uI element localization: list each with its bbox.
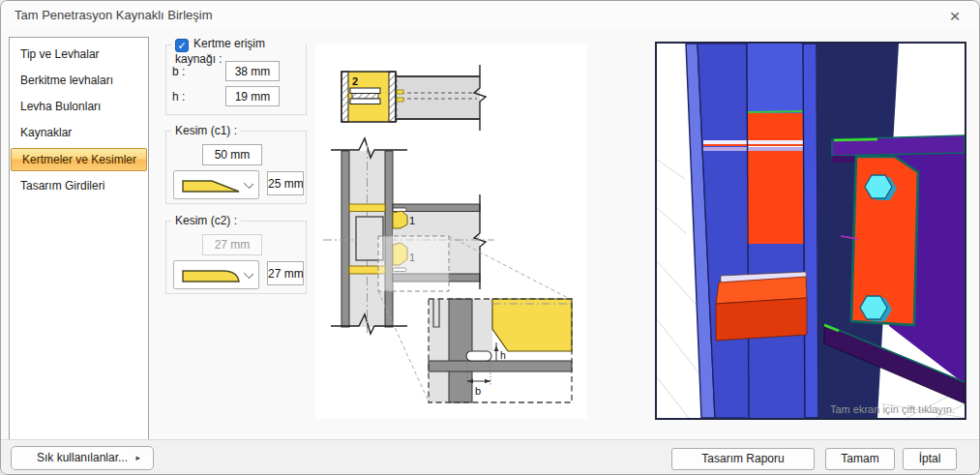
design-report-button[interactable]: Tasarım Raporu — [671, 448, 815, 470]
footer: Sık kullanılanlar... ▸ Tasarım Raporu Ta… — [1, 439, 979, 474]
dialog-title: Tam Penetrasyon Kaynaklı Birleşim — [15, 8, 212, 22]
stiffener-plate-3d — [716, 272, 807, 341]
sidebar-item-tasarim-girdileri[interactable]: Tasarım Girdileri — [10, 173, 148, 199]
field-b-input[interactable] — [225, 61, 280, 81]
close-icon[interactable]: × — [942, 5, 967, 28]
cut-c1-shape-dropdown[interactable] — [173, 170, 259, 199]
check-icon: ✓ — [177, 40, 186, 51]
dim-h-label: h — [500, 349, 506, 361]
model-3d-viewer[interactable]: Tam ekran için çift tıklayın. — [655, 42, 966, 420]
access-weld-checkbox[interactable]: ✓ — [175, 39, 189, 52]
sidebar-item-berkitme-levhalari[interactable]: Berkitme levhaları — [10, 68, 148, 94]
dim-b-label: b — [475, 385, 481, 397]
technical-drawing-canvas: 2 — [315, 45, 586, 419]
weld-mark-top-label: 1 — [409, 215, 415, 226]
favorites-label: Sık kullanılanlar... — [37, 451, 128, 464]
model-3d-preview: Tam ekran için çift tıklayın. — [657, 44, 965, 418]
cut-c2-shape-dropdown[interactable] — [173, 260, 259, 289]
sidebar-item-kertmeler-ve-kesimler[interactable]: Kertmeler ve Kesimler — [11, 148, 147, 171]
cut-c1-depth-input[interactable] — [267, 171, 304, 195]
sidebar-item-levha-bulonlari[interactable]: Levha Bulonları — [10, 94, 148, 120]
cut-c2-label: Kesim (c2) : — [171, 214, 241, 227]
chevron-down-icon — [244, 179, 253, 189]
cut-c1-length-input[interactable] — [202, 144, 262, 165]
fullscreen-hint: Tam ekran için çift tıklayın. — [830, 403, 955, 415]
section-mark-label: 2 — [352, 75, 358, 87]
chevron-down-icon — [244, 269, 253, 279]
cut-c2-depth-input[interactable] — [267, 261, 304, 285]
detail-view: h b — [429, 299, 572, 402]
favorites-button[interactable]: Sık kullanılanlar... ▸ — [11, 446, 154, 470]
dialog-tam-penetrasyon: Tam Penetrasyon Kaynaklı Birleşim × Tip … — [0, 0, 980, 475]
titlebar: Tam Penetrasyon Kaynaklı Birleşim × — [1, 1, 979, 30]
chamfer-profile-icon — [181, 176, 241, 195]
section-view: 2 — [342, 65, 486, 131]
field-h-label: h : — [172, 90, 185, 104]
technical-drawing: 2 — [315, 45, 586, 419]
rounded-profile-icon — [181, 266, 241, 285]
cut-c2-length-input — [202, 234, 262, 255]
sidebar-item-kaynaklar[interactable]: Kaynaklar — [10, 120, 148, 146]
field-h-input[interactable] — [225, 86, 280, 106]
field-b-label: b : — [172, 65, 185, 78]
ok-button[interactable]: Tamam — [825, 448, 895, 470]
cancel-button[interactable]: İptal — [903, 448, 957, 470]
arrow-right-icon: ▸ — [135, 447, 140, 469]
cut-c1-label: Kesim (c1) : — [171, 124, 241, 137]
sidebar: Tip ve Levhalar Berkitme levhaları Levha… — [9, 37, 149, 442]
sidebar-item-tip-ve-levhalar[interactable]: Tip ve Levhalar — [10, 42, 148, 68]
